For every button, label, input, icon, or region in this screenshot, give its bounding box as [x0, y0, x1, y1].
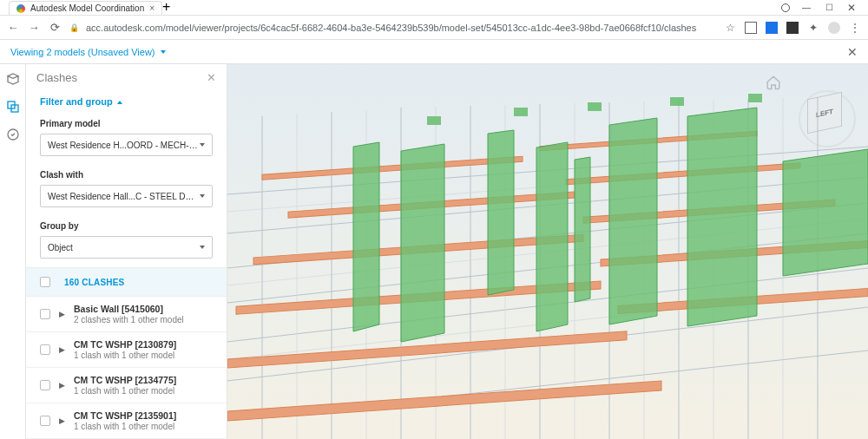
clash-summary-row[interactable]: 160 CLASHES [26, 267, 227, 297]
svg-marker-41 [353, 142, 379, 331]
clash-sub: 1 clash with 1 other model [74, 422, 176, 431]
clash-text: CM TC WSHP [2134775] 1 clash with 1 othe… [74, 375, 176, 396]
clash-sub: 1 clash with 1 other model [74, 386, 176, 396]
model-viewer[interactable]: LEFT [227, 64, 868, 439]
clash-sub: 2 clashes with 1 other model [74, 315, 184, 324]
close-panel-button[interactable]: ✕ [207, 71, 216, 84]
clash-with-section: Clash with West Residence Hall...C - STE… [26, 165, 227, 216]
filter-label: Filter and group [40, 96, 113, 107]
svg-marker-45 [575, 157, 590, 302]
clash-checkbox[interactable] [40, 380, 50, 390]
primary-model-section: Primary model West Residence H...OORD - … [26, 114, 227, 165]
chevron-down-icon [161, 50, 166, 54]
models-icon[interactable] [5, 71, 21, 87]
puzzle-icon[interactable]: ✦ [807, 22, 819, 34]
expand-icon[interactable]: ▶ [59, 416, 65, 425]
app-subheader: Viewing 2 models (Unsaved View) ✕ [0, 40, 868, 64]
issues-icon[interactable] [5, 127, 21, 142]
group-by-section: Group by Object [26, 216, 227, 267]
extension-dark-icon[interactable] [786, 22, 799, 34]
clash-item[interactable]: ▶ CM TC WSHP [2134775] 1 clash with 1 ot… [26, 368, 227, 403]
favicon-icon [16, 4, 25, 13]
maximize-button[interactable]: ☐ [818, 0, 840, 16]
clash-with-label: Clash with [40, 170, 213, 180]
browser-tabs: Autodesk Model Coordination × + [5, 0, 781, 15]
chevron-down-icon [200, 143, 205, 147]
toolbar-right: ☆ ✦ ⋮ [724, 22, 861, 34]
avatar-icon[interactable] [828, 22, 840, 34]
tab-title: Autodesk Model Coordination [30, 3, 144, 13]
clashes-panel: Clashes ✕ Filter and group Primary model… [26, 64, 227, 439]
url-text: acc.autodesk.com/model/viewer/projects/6… [86, 23, 696, 33]
svg-marker-47 [687, 108, 757, 326]
svg-marker-46 [609, 118, 657, 324]
filter-group-toggle[interactable]: Filter and group [26, 91, 227, 114]
group-by-value: Object [48, 243, 73, 252]
group-by-select[interactable]: Object [40, 236, 213, 259]
minimize-button[interactable]: — [795, 0, 818, 16]
svg-rect-52 [670, 97, 684, 106]
address-bar[interactable]: 🔒 acc.autodesk.com/model/viewer/projects… [69, 23, 715, 33]
clash-sub: 1 clash with 1 other model [74, 351, 176, 360]
svg-rect-30 [262, 156, 523, 180]
clash-text: Basic Wall [5415060] 2 clashes with 1 ot… [74, 304, 184, 324]
chevron-up-icon [117, 101, 122, 104]
clash-list: ▶ Basic Wall [5415060] 2 clashes with 1 … [26, 297, 227, 439]
star-icon[interactable]: ☆ [724, 22, 736, 34]
extension-icon[interactable] [745, 22, 757, 34]
clashes-icon[interactable] [5, 99, 21, 115]
clash-name: CM TC WSHP [2130879] [74, 339, 176, 350]
main-area: Clashes ✕ Filter and group Primary model… [0, 64, 868, 439]
new-tab-button[interactable]: + [162, 0, 170, 15]
close-view-button[interactable]: ✕ [847, 45, 858, 59]
model-scene [227, 64, 868, 439]
clash-item[interactable]: ▶ CM TC WSHP [2130879] 1 clash with 1 ot… [26, 332, 227, 368]
clash-name: CM TC WSHP [2134775] [74, 375, 176, 385]
left-rail [0, 64, 26, 439]
expand-icon[interactable]: ▶ [59, 345, 65, 354]
close-window-button[interactable]: ✕ [840, 0, 863, 16]
clash-text: CM TC WSHP [2130879] 1 clash with 1 othe… [74, 339, 176, 360]
account-indicator-icon[interactable] [781, 3, 790, 12]
clash-name: CM TC WSHP [2135901] [74, 410, 176, 421]
expand-icon[interactable]: ▶ [59, 381, 65, 390]
panel-title: Clashes [36, 71, 77, 84]
primary-model-select[interactable]: West Residence H...OORD - MECH-DUCT [40, 134, 213, 156]
svg-rect-53 [748, 94, 762, 102]
viewing-label: Viewing 2 models (Unsaved View) [10, 47, 155, 57]
panel-header: Clashes ✕ [26, 64, 227, 91]
reload-button[interactable]: ⟳ [49, 21, 61, 34]
menu-icon[interactable]: ⋮ [849, 22, 861, 34]
back-button[interactable]: ← [7, 21, 19, 34]
forward-button[interactable]: → [28, 21, 40, 34]
expand-icon[interactable]: ▶ [59, 310, 65, 318]
clash-checkbox[interactable] [40, 416, 50, 426]
clash-with-value: West Residence Hall...C - STEEL DETAILIN… [48, 192, 198, 201]
svg-rect-51 [588, 102, 602, 111]
select-all-checkbox[interactable] [40, 277, 50, 287]
primary-model-value: West Residence H...OORD - MECH-DUCT [48, 141, 198, 150]
svg-marker-44 [536, 142, 568, 331]
viewing-models-dropdown[interactable]: Viewing 2 models (Unsaved View) [10, 47, 166, 57]
svg-rect-49 [427, 116, 441, 125]
extension-blue-icon[interactable] [766, 22, 778, 34]
clash-count-label: 160 CLASHES [64, 278, 124, 287]
svg-rect-35 [227, 381, 661, 421]
lock-icon: 🔒 [69, 23, 79, 32]
close-tab-icon[interactable]: × [149, 3, 155, 13]
chevron-down-icon [200, 246, 205, 249]
chevron-down-icon [200, 194, 205, 198]
svg-marker-48 [783, 149, 868, 276]
primary-model-label: Primary model [40, 119, 213, 128]
group-by-label: Group by [40, 221, 213, 231]
browser-tab-active[interactable]: Autodesk Model Coordination × [9, 1, 162, 15]
clash-with-select[interactable]: West Residence Hall...C - STEEL DETAILIN… [40, 185, 213, 207]
svg-marker-43 [488, 130, 514, 295]
clash-item[interactable]: ▶ Basic Wall [5415060] 2 clashes with 1 … [26, 297, 227, 332]
svg-marker-42 [401, 144, 444, 342]
clash-checkbox[interactable] [40, 309, 50, 319]
clash-checkbox[interactable] [40, 344, 50, 355]
clash-item[interactable]: ▶ CM TC WSHP [2135901] 1 clash with 1 ot… [26, 403, 227, 439]
clash-name: Basic Wall [5415060] [74, 304, 184, 314]
clash-text: CM TC WSHP [2135901] 1 clash with 1 othe… [74, 410, 176, 431]
